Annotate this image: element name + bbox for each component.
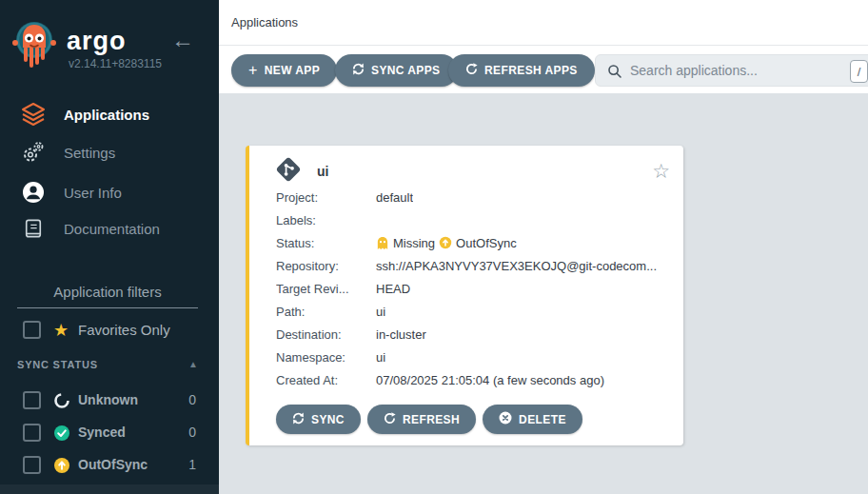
filter-count: 0: [188, 392, 196, 407]
application-card[interactable]: ui ☆ Project: default Labels: Status:: [246, 146, 683, 445]
health-missing-ghost-icon: [376, 236, 389, 250]
sync-status-collapse-icon[interactable]: ▲: [188, 359, 198, 369]
field-label: Created At:: [276, 373, 376, 387]
sync-status-header: SYNC STATUS: [17, 359, 98, 370]
new-app-button[interactable]: + NEW APP: [231, 54, 337, 87]
field-label: Destination:: [276, 327, 376, 342]
filter-row-synced: Synced 0: [0, 423, 219, 444]
filter-count: 1: [188, 457, 196, 472]
field-value: ssh://APKA3NYVY37VEX3EKOJQ@git-codecom..…: [376, 259, 657, 273]
filter-label: OutOfSync: [78, 457, 148, 472]
refresh-button-label: REFRESH: [403, 413, 460, 426]
sidebar-item-label: User Info: [64, 185, 122, 201]
favorite-star-icon[interactable]: ☆: [652, 162, 670, 181]
outofsync-status-icon: [53, 457, 70, 474]
field-label: Target Revi...: [276, 282, 376, 296]
sidebar-item-settings[interactable]: Settings: [0, 137, 219, 168]
sidebar-item-label: Settings: [64, 145, 115, 161]
filter-label: Unknown: [78, 392, 138, 407]
favorites-star-icon: ★: [53, 320, 69, 341]
refresh-button[interactable]: REFRESH: [367, 405, 476, 434]
git-repo-icon: [274, 155, 303, 188]
filter-row-outofsync: OutOfSync 1: [0, 455, 219, 476]
field-label: Path:: [276, 305, 376, 319]
card-row-path: Path: ui: [276, 300, 683, 323]
synced-status-icon: [53, 425, 70, 442]
favorites-filter-row: ★ Favorites Only: [0, 320, 219, 341]
field-value: ui: [376, 305, 385, 319]
content-area: ui ☆ Project: default Labels: Status:: [219, 93, 868, 494]
refresh-apps-label: REFRESH APPS: [484, 64, 578, 77]
sidebar-item-applications[interactable]: Applications: [0, 99, 219, 129]
user-icon: [19, 181, 48, 204]
search-icon: [607, 64, 622, 79]
sidebar-item-documentation[interactable]: Documentation: [0, 213, 219, 244]
main-area: Applications + NEW APP SYNC APPS: [219, 0, 868, 494]
field-value: default: [376, 190, 413, 205]
filter-row-unknown: Unknown 0: [0, 390, 219, 411]
favorites-label: Favorites Only: [78, 322, 170, 338]
card-row-created-at: Created At: 07/08/2025 21:05:04 (a few s…: [276, 368, 683, 391]
unknown-status-icon: [53, 392, 70, 409]
slash-shortcut-badge: /: [850, 60, 868, 83]
synced-checkbox[interactable]: [23, 424, 41, 442]
book-icon: [19, 218, 48, 240]
field-value: ui: [376, 350, 385, 365]
version-label: v2.14.11+8283115: [69, 57, 162, 70]
field-value: 07/08/2025 21:05:04 (a few seconds ago): [376, 373, 604, 387]
outofsync-arrow-icon: [439, 236, 452, 249]
sidebar: argo ← v2.14.11+8283115 Applications Set…: [0, 0, 219, 494]
delete-button[interactable]: DELETE: [483, 405, 582, 434]
field-label: Repository:: [276, 259, 376, 273]
card-row-status: Status: Missing OutOfSync: [276, 231, 683, 254]
outofsync-checkbox[interactable]: [23, 456, 41, 474]
unknown-checkbox[interactable]: [23, 391, 41, 409]
app-name: ui: [317, 164, 328, 179]
filter-count: 0: [188, 425, 196, 440]
gears-icon: [19, 141, 48, 164]
field-value: in-cluster: [376, 327, 426, 342]
search-input[interactable]: [630, 55, 839, 86]
plus-icon: +: [248, 63, 258, 78]
status-badges: Missing OutOfSync: [376, 236, 517, 250]
x-circle-icon: [499, 411, 512, 427]
page-header: Applications: [219, 0, 868, 46]
refresh-icon: [384, 412, 396, 427]
card-row-target-revision: Target Revi... HEAD: [276, 277, 683, 300]
card-row-destination: Destination: in-cluster: [276, 323, 683, 346]
delete-button-label: DELETE: [519, 413, 566, 426]
sidebar-item-label: Applications: [64, 107, 149, 123]
sync-apps-button[interactable]: SYNC APPS: [335, 54, 458, 87]
sync-status-text: OutOfSync: [456, 236, 517, 250]
search-box: /: [595, 54, 868, 87]
toolbar: + NEW APP SYNC APPS REFRESH APPS: [219, 46, 868, 93]
layers-icon: [19, 102, 48, 127]
card-row-repository: Repository: ssh://APKA3NYVY37VEX3EKOJQ@g…: [276, 254, 683, 277]
field-label: Status:: [276, 236, 376, 250]
sidebar-item-label: Documentation: [64, 221, 160, 237]
sidebar-collapse-arrow-icon[interactable]: ←: [171, 27, 194, 53]
sidebar-item-user-info[interactable]: User Info: [0, 177, 219, 207]
health-status-text: Missing: [393, 236, 435, 250]
page-title: Applications: [231, 15, 298, 30]
refresh-icon: [465, 63, 478, 78]
favorites-checkbox[interactable]: [23, 321, 41, 339]
field-label: Namespace:: [276, 350, 376, 365]
argo-wordmark: argo: [67, 27, 127, 56]
card-row-labels: Labels:: [276, 208, 683, 231]
new-app-label: NEW APP: [265, 64, 320, 77]
card-actions: SYNC REFRESH: [276, 405, 683, 434]
sync-apps-label: SYNC APPS: [371, 64, 441, 77]
sync-icon: [292, 412, 305, 427]
sync-button[interactable]: SYNC: [276, 405, 361, 434]
card-header: ui ☆: [274, 157, 670, 186]
sidebar-footer-strip: [0, 484, 219, 494]
application-filters-title: Application filters: [17, 284, 198, 308]
refresh-apps-button[interactable]: REFRESH APPS: [448, 54, 595, 87]
field-label: Labels:: [276, 213, 376, 227]
sync-button-label: SYNC: [311, 413, 345, 426]
card-row-project: Project: default: [276, 186, 683, 208]
card-row-namespace: Namespace: ui: [276, 346, 683, 368]
filter-label: Synced: [78, 425, 126, 440]
sync-icon: [352, 63, 365, 78]
